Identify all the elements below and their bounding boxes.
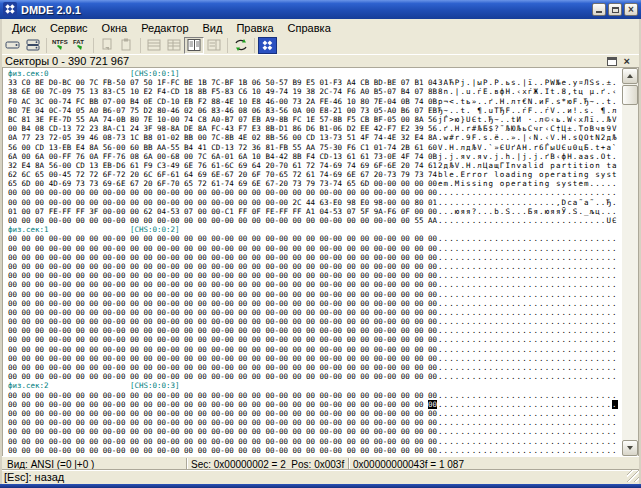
hex-row[interactable]: 00 00 00 00-00 00 00 00-00 00 00 00-00 0… <box>8 335 180 344</box>
pane-float-icon[interactable] <box>607 57 617 66</box>
restore-button[interactable] <box>608 3 622 16</box>
hex-row[interactable]: 00 00 00 00-00 00 00 00-00 00 00 00-00 0… <box>8 409 180 418</box>
hex-row[interactable]: 00 00 00 00-00 00 00 00-00 00 00 00-00 0… <box>8 216 180 225</box>
title-bar: DMDE 2.0.1 × <box>0 0 641 19</box>
sector-header: физ.сек:0 [CHS:0:0:1] <box>8 69 180 78</box>
vertical-scrollbar[interactable] <box>622 68 638 456</box>
hex-row[interactable]: 00 00 00 00-00 00 00 00-00 00 00 00-00 0… <box>8 437 180 446</box>
hex-row[interactable]: 00 00 00 00-00 00 00 00-00 00 00 00-00 0… <box>8 234 180 243</box>
disk-icon <box>5 37 21 53</box>
hex-row[interactable]: 00 00 00 00-00 00 00 00-00 00 00 00-00 0… <box>8 345 180 354</box>
hex-row[interactable]: 00 00 00 00-00 00 00 00-00 00 00 00-00 0… <box>8 446 180 455</box>
hex-row[interactable]: 0A 77 23 72-05 39 46 08-73 1C B8 01-02 B… <box>8 133 180 142</box>
menu-item-4[interactable]: Вид <box>196 21 230 35</box>
refresh-button[interactable] <box>231 37 251 54</box>
ntfs-search-button[interactable]: NTFS <box>50 37 70 54</box>
open-disk-button[interactable] <box>3 37 23 54</box>
hex-row[interactable]: 38 6E 00 7C-09 75 13 83-C5 10 E2 F4-CD 1… <box>8 87 180 96</box>
dmde-logo-button[interactable] <box>258 37 277 54</box>
close-button[interactable]: × <box>624 3 638 16</box>
menu-bar: ДискСервисОкнаРедакторВидПравкаСправка <box>0 19 641 36</box>
hex-content: физ.сек:0 [CHS:0:0:1]33 C0 8E D0-BC 00 7… <box>8 69 180 455</box>
menu-item-6[interactable]: Справка <box>281 21 338 35</box>
fat-icon: FAT <box>71 37 89 53</box>
hex-view-icon <box>186 37 202 53</box>
hex-row[interactable]: 00 00 00 00-00 00 00 00-00 00 00 00-00 0… <box>8 317 180 326</box>
view-partitions-button-disabled <box>144 37 164 54</box>
hex-row[interactable]: 01 00 07 FE-FF FF 3F 00-00 00 62 04-53 0… <box>8 207 180 216</box>
svg-text:NTFS: NTFS <box>52 39 68 45</box>
hex-row[interactable]: 00 00 00 00-00 00 00 00-00 00 00 00-00 0… <box>8 299 180 308</box>
hex-row[interactable]: 00 00 00 00-00 00 00 00-00 00 00 00-00 0… <box>8 372 180 381</box>
hex-row[interactable]: 00 00 00 00-00 00 00 00-00 00 00 00-00 0… <box>8 188 180 197</box>
hex-row[interactable]: 00 00 00 00-00 00 00 00-00 00 00 00-00 0… <box>8 262 180 271</box>
fat-search-button[interactable]: FAT <box>70 37 90 54</box>
hex-row[interactable]: 00 00 00 00-00 00 00 00-00 00 00 00-00 0… <box>8 418 180 427</box>
pane-caption-bar: Секторы 0 - 390 721 967 × <box>2 54 639 68</box>
hex-row[interactable]: 00 00 00 00-00 00 00 00-00 00 00 00-00 0… <box>8 363 180 372</box>
menu-item-0[interactable]: Диск <box>5 21 43 35</box>
paste-icon <box>119 37 135 53</box>
menu-item-2[interactable]: Окна <box>95 21 135 35</box>
hex-row[interactable]: 00 00 00 00-00 00 00 00-00 00 00 00-00 0… <box>8 354 180 363</box>
dmde-logo-icon <box>260 38 275 53</box>
minimize-button[interactable] <box>592 3 606 16</box>
hex-row[interactable]: 62 6C 65 00-45 72 72 6F-72 20 6C 6F-61 6… <box>8 170 180 179</box>
hex-row[interactable]: 33 C0 8E D0-BC 00 7C FB-50 07 50 1F-FC B… <box>8 78 180 87</box>
scroll-up-button[interactable] <box>622 68 638 84</box>
menu-item-5[interactable]: Правка <box>229 21 280 35</box>
hex-row[interactable]: 00 00 00 00-00 00 00 00-00 00 00 00-00 0… <box>8 280 180 289</box>
app-logo-icon <box>3 2 17 18</box>
toolbar-separator <box>137 37 144 54</box>
partitions-view-icon <box>146 37 162 53</box>
hex-row[interactable]: BC 81 3E FE-7D 55 AA 74-0B 80 7E 10-00 7… <box>8 115 180 124</box>
hex-row[interactable]: 00 00 00 00-00 00 00 00-00 00 00 00-00 0… <box>8 427 180 436</box>
menu-item-3[interactable]: Редактор <box>134 21 195 35</box>
svg-text:FAT: FAT <box>73 39 84 45</box>
esc-hint-bar: [Esc]: назад <box>0 469 641 484</box>
volumes-button[interactable] <box>23 37 43 54</box>
toolbar-separator <box>43 37 50 54</box>
volumes-icon <box>25 37 41 53</box>
minimize-icon <box>596 11 602 13</box>
status-sector-position: Sec: 0x00000002 = 2 Pos: 0x003f = 63 <box>186 458 345 469</box>
menu-item-1[interactable]: Сервис <box>43 21 95 35</box>
hex-row[interactable]: 00 B4 08 CD-13 72 23 8A-C1 24 3F 98-8A D… <box>8 124 180 133</box>
resize-grip[interactable] <box>627 470 639 482</box>
close-icon: × <box>628 5 634 15</box>
scroll-down-button[interactable] <box>622 440 638 456</box>
window-left-border <box>0 19 2 484</box>
cursor-byte[interactable]: 00 <box>428 400 437 409</box>
pane-close-icon[interactable]: × <box>624 56 630 66</box>
hex-row[interactable]: 00 00 00 00-00 00 00 00-00 00 00 00-00 0… <box>8 308 180 317</box>
recover-icon <box>99 37 115 53</box>
hex-row[interactable]: 80 7E 04 0C-74 05 A0 B6-07 75 D2 80-46 0… <box>8 106 180 115</box>
hex-row[interactable]: 00 00 00 00-00 00 00 00-00 00 00 00-00 0… <box>8 198 180 207</box>
hex-row[interactable]: 32 E4 8A 56-00 CD 13 EB-D6 61 F9 C3-49 6… <box>8 161 180 170</box>
status-offset: 0x00000000043f = 1 087 <box>348 458 622 469</box>
hex-editor-pane[interactable]: физ.сек:0 [CHS:0:0:1]33 C0 8E D0-BC 00 7… <box>2 68 639 456</box>
hex-row[interactable]: 00 00 00 00-00 00 00 00-00 00 00 00-00 0… <box>8 253 180 262</box>
esc-hint: [Esc]: назад <box>4 471 64 483</box>
hex-row[interactable]: 6A 00 6A 00-FF 76 0A FF-76 08 6A 00-68 0… <box>8 152 180 161</box>
hex-row[interactable]: 65 6D 00 4D-69 73 73 69-6E 67 20 6F-70 6… <box>8 179 180 188</box>
toolbar-separator <box>224 37 231 54</box>
toolbar-separator <box>90 37 97 54</box>
hex-row[interactable]: 00 00 00 00-00 00 00 00-00 00 00 00-00 0… <box>8 244 180 253</box>
hex-row[interactable]: 00 00 00 00-00 00 00 00-00 00 00 00-00 0… <box>8 290 180 299</box>
hex-row[interactable]: 00 00 00 00-00 00 00 00-00 00 00 00-00 0… <box>8 271 180 280</box>
hex-row[interactable]: 00 00 00 00-00 00 00 00-00 00 00 00-00 0… <box>8 391 180 400</box>
hex-row[interactable]: 56 00 CD 13-EB E4 8A 56-00 60 BB AA-55 B… <box>8 143 180 152</box>
window-bottom-border <box>0 484 641 488</box>
recover-button-disabled <box>97 37 117 54</box>
status-view-mode: Вид: ANSI (=0 |+0 ) <box>3 458 183 469</box>
hex-row[interactable]: 00 00 00 00-00 00 00 00-00 00 00 00-00 0… <box>8 326 180 335</box>
hex-row[interactable]: 00 00 00 00-00 00 00 00-00 00 00 00-00 0… <box>8 400 180 409</box>
table-view-icon <box>166 37 182 53</box>
scrollbar-thumb[interactable] <box>622 85 638 105</box>
view-hex-button-active[interactable] <box>184 37 204 54</box>
cursor-char[interactable]: . <box>612 400 618 409</box>
hex-row[interactable]: F0 AC 3C 00-74 FC BB 07-00 B4 0E CD-10 E… <box>8 97 180 106</box>
panel-view-icon <box>206 37 222 53</box>
toolbar: NTFS FAT <box>0 36 641 54</box>
